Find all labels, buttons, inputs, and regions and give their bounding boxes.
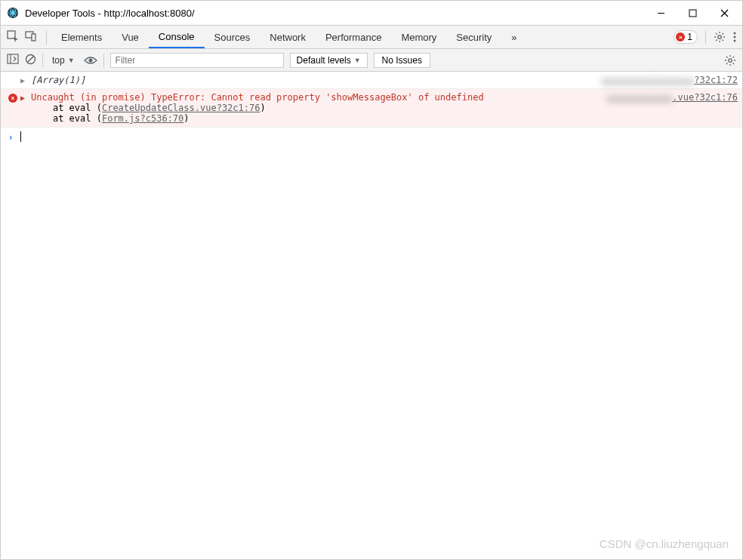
context-label: top <box>52 55 65 66</box>
live-expression-icon[interactable] <box>84 56 97 65</box>
levels-label: Default levels <box>297 55 351 66</box>
maximize-button[interactable] <box>683 4 701 22</box>
close-button[interactable] <box>715 4 733 22</box>
svg-point-13 <box>734 32 736 35</box>
tab-elements[interactable]: Elements <box>51 26 112 48</box>
stack-link[interactable]: CreateUpdateClass.vue?32c1:76 <box>102 103 261 113</box>
error-source-link[interactable]: xxxxxxxxxxxx.vue?32c1:76 <box>592 92 738 103</box>
error-count: 1 <box>687 32 692 42</box>
app-icon <box>7 7 19 19</box>
svg-point-21 <box>729 58 732 61</box>
svg-rect-6 <box>689 10 696 17</box>
issues-label: No Issues <box>382 55 422 66</box>
log-message: [Array(1)] <box>31 75 586 85</box>
row-gutter <box>5 75 20 76</box>
svg-point-14 <box>734 36 736 38</box>
devtools-tabs-bar: Elements Vue Console Sources Network Per… <box>1 25 742 49</box>
log-levels-selector[interactable]: Default levels ▼ <box>290 53 368 68</box>
more-menu-icon[interactable] <box>733 31 736 43</box>
svg-rect-16 <box>8 54 18 63</box>
console-row-log[interactable]: ▶ [Array(1)] xxxxxxxxxxxxxxxxx?32c1:72 <box>1 72 742 89</box>
input-prompt-icon: › <box>5 131 20 143</box>
console-input-row[interactable]: › <box>1 128 742 146</box>
filter-input[interactable] <box>110 53 284 68</box>
watermark: CSDN @cn.liuzhengquan <box>600 537 729 550</box>
svg-rect-11 <box>32 34 35 41</box>
error-icon: × <box>8 94 17 103</box>
tab-vue[interactable]: Vue <box>112 26 149 48</box>
svg-point-12 <box>718 35 721 38</box>
tab-network[interactable]: Network <box>260 26 316 48</box>
svg-point-15 <box>734 40 736 42</box>
tab-memory[interactable]: Memory <box>391 26 446 48</box>
clear-console-icon[interactable] <box>25 54 36 67</box>
svg-line-19 <box>28 56 34 62</box>
tab-performance[interactable]: Performance <box>316 26 391 48</box>
console-input[interactable] <box>20 131 738 142</box>
device-toolbar-icon[interactable] <box>25 30 37 45</box>
expand-icon[interactable]: ▶ <box>20 75 31 85</box>
context-selector[interactable]: top ▼ <box>49 54 78 67</box>
console-row-error[interactable]: × ▶ Uncaught (in promise) TypeError: Can… <box>1 89 742 128</box>
expand-icon[interactable]: ▶ <box>20 92 31 102</box>
tab-security[interactable]: Security <box>446 26 501 48</box>
console-sidebar-toggle-icon[interactable] <box>7 53 19 67</box>
tab-sources[interactable]: Sources <box>205 26 261 48</box>
tab-console[interactable]: Console <box>149 26 205 48</box>
console-output: ▶ [Array(1)] xxxxxxxxxxxxxxxxx?32c1:72 ×… <box>1 72 742 146</box>
issues-button[interactable]: No Issues <box>374 53 430 68</box>
tab-more[interactable]: » <box>501 26 526 48</box>
title-bar: Developer Tools - http://localhost:8080/ <box>1 1 742 25</box>
error-message: Uncaught (in promise) TypeError: Cannot … <box>31 92 592 124</box>
row-gutter: × <box>5 92 20 103</box>
error-dot-icon: × <box>676 32 685 42</box>
settings-icon[interactable] <box>714 31 726 43</box>
console-filter-bar: top ▼ Default levels ▼ No Issues <box>1 49 742 72</box>
log-source-link[interactable]: xxxxxxxxxxxxxxxxx?32c1:72 <box>586 75 738 85</box>
stack-link[interactable]: Form.js?c536:70 <box>102 113 183 124</box>
window-title: Developer Tools - http://localhost:8080/ <box>25 8 652 19</box>
minimize-button[interactable] <box>652 4 670 22</box>
svg-point-20 <box>88 58 92 62</box>
error-count-pill[interactable]: × 1 <box>674 30 698 44</box>
console-settings-icon[interactable] <box>724 54 736 66</box>
chevron-down-icon: ▼ <box>68 57 75 64</box>
chevron-down-icon: ▼ <box>354 57 361 64</box>
inspect-element-icon[interactable] <box>7 30 19 45</box>
